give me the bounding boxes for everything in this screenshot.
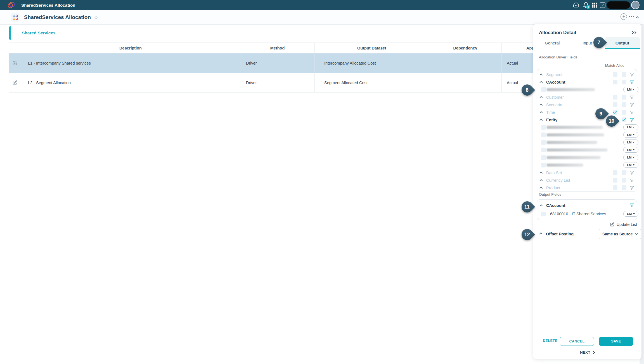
cm-dropdown[interactable]: CM [623, 211, 638, 217]
alloc-checkbox[interactable] [622, 80, 626, 84]
collapse-chevron-icon[interactable] [539, 103, 543, 107]
filter-icon[interactable] [629, 203, 634, 207]
member-checkbox[interactable] [541, 133, 546, 137]
collapse-chevron-icon[interactable] [539, 232, 542, 235]
col-output-dataset[interactable]: Output Dataset [315, 43, 429, 53]
driver-field-row[interactable]: Time [537, 108, 637, 116]
cancel-button[interactable]: CANCEL [560, 337, 594, 346]
filter-icon[interactable] [629, 110, 634, 115]
driver-field-row[interactable]: Data Set [537, 169, 637, 176]
collapse-chevron-icon[interactable] [539, 179, 543, 182]
driver-field-row[interactable]: CAccount [537, 78, 637, 86]
filter-icon[interactable] [629, 102, 634, 107]
more-options-icon[interactable] [629, 16, 630, 17]
driver-field-row[interactable]: Segment [537, 71, 637, 78]
filter-icon[interactable] [629, 117, 634, 122]
collapse-chevron-icon[interactable] [636, 16, 639, 19]
table-row[interactable]: L2 - Segment Allocation Driver Segment A… [9, 73, 566, 93]
next-button[interactable]: NEXT [533, 350, 641, 354]
filter-icon[interactable] [629, 95, 634, 100]
output-field-row[interactable]: CAccount [537, 201, 637, 210]
lm-dropdown[interactable]: LM [623, 140, 638, 145]
col-description[interactable]: Description [21, 43, 240, 53]
tab-general[interactable]: General [535, 37, 570, 48]
alloc-checkbox[interactable] [622, 72, 626, 77]
member-checkbox[interactable] [541, 140, 546, 145]
match-checkbox[interactable] [613, 178, 617, 183]
collapse-chevron-icon[interactable] [539, 73, 543, 76]
driver-field-member-row[interactable]: LM [537, 139, 637, 146]
lm-dropdown[interactable]: LM [623, 87, 638, 92]
edit-row-icon[interactable] [9, 53, 21, 73]
match-checkbox[interactable] [613, 80, 617, 84]
member-checkbox[interactable] [541, 212, 546, 216]
driver-field-member-row[interactable]: LM [537, 86, 637, 93]
driver-field-row[interactable]: Customer [537, 93, 637, 101]
collapse-chevron-icon[interactable] [539, 171, 543, 174]
save-button[interactable]: SAVE [599, 337, 633, 346]
filter-icon[interactable] [629, 80, 634, 84]
col-dependency[interactable]: Dependency [429, 43, 502, 53]
match-checkbox[interactable] [613, 102, 617, 107]
driver-field-member-row[interactable]: LM [537, 154, 637, 161]
member-checkbox[interactable] [541, 163, 546, 167]
user-avatar[interactable] [631, 1, 640, 9]
collapse-chevron-icon[interactable] [539, 81, 543, 84]
filter-icon[interactable] [629, 72, 634, 77]
alloc-checkbox[interactable] [622, 110, 626, 115]
member-checkbox[interactable] [541, 87, 546, 92]
delete-button[interactable]: DELETE [543, 339, 557, 343]
collapse-chevron-icon[interactable] [539, 204, 543, 207]
output-field-member-row[interactable]: 68100010 - IT Shared Services CM [537, 210, 637, 218]
notifications-bell-icon[interactable]: 0 [583, 2, 589, 8]
driver-field-member-row[interactable]: LM [537, 161, 637, 169]
alloc-checkbox[interactable] [622, 102, 626, 107]
member-checkbox[interactable] [541, 125, 546, 130]
edit-row-icon[interactable] [9, 73, 21, 92]
collapse-panel-icon[interactable] [631, 32, 636, 34]
match-checkbox-checked[interactable] [613, 110, 617, 115]
driver-field-row[interactable]: Entity [537, 116, 637, 124]
app-grid-icon[interactable] [591, 2, 598, 8]
match-checkbox[interactable] [613, 72, 617, 77]
lm-dropdown[interactable]: LM [623, 124, 638, 130]
table-row[interactable]: L1 - Intercompany Shared services Driver… [9, 53, 566, 73]
match-checkbox[interactable] [613, 185, 617, 190]
lm-dropdown[interactable]: LM [623, 155, 638, 160]
alloc-checkbox[interactable] [622, 178, 626, 183]
help-icon[interactable] [600, 2, 605, 8]
collapse-chevron-icon[interactable] [539, 186, 543, 190]
driver-field-row[interactable]: Currency List [537, 176, 637, 184]
driver-field-row[interactable]: Product [537, 184, 637, 192]
alloc-checkbox-checked[interactable] [622, 117, 626, 122]
collapse-chevron-icon[interactable] [539, 111, 543, 114]
alloc-checkbox[interactable] [622, 95, 626, 100]
col-method[interactable]: Method [240, 43, 315, 53]
alloc-checkbox[interactable] [622, 170, 626, 175]
planful-logo-icon[interactable] [7, 1, 15, 9]
member-checkbox[interactable] [541, 155, 546, 160]
inbox-icon[interactable] [573, 2, 579, 8]
update-list-button[interactable]: Update List [533, 222, 637, 227]
member-checkbox[interactable] [541, 148, 546, 152]
filter-icon[interactable] [629, 178, 634, 183]
filter-icon[interactable] [629, 170, 634, 175]
driver-field-member-row[interactable]: LM [537, 131, 637, 139]
filter-icon[interactable] [629, 185, 634, 190]
tab-output[interactable]: Output [605, 37, 640, 48]
driver-field-member-row[interactable]: LM [537, 124, 637, 131]
alloc-checkbox[interactable] [622, 185, 626, 190]
favorite-star-icon[interactable] [94, 14, 98, 21]
match-checkbox[interactable] [613, 170, 617, 175]
offset-posting-select[interactable]: Same as Source [599, 229, 641, 239]
lm-dropdown[interactable]: LM [623, 147, 638, 153]
collapse-chevron-icon[interactable] [539, 119, 543, 122]
shared-services-section-bar[interactable]: Shared Services [9, 26, 530, 40]
lm-dropdown[interactable]: LM [623, 132, 638, 138]
driver-field-member-row[interactable]: LM [537, 146, 637, 154]
lm-dropdown[interactable]: LM [623, 162, 638, 168]
match-checkbox[interactable] [613, 95, 617, 100]
add-button[interactable] [621, 13, 627, 20]
driver-field-row[interactable]: Scenario [537, 101, 637, 108]
collapse-chevron-icon[interactable] [539, 96, 543, 99]
